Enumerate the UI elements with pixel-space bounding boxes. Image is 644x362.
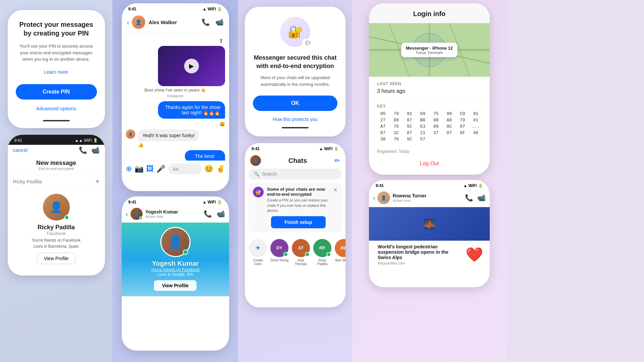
home-indicator bbox=[282, 127, 309, 128]
key-val: 46 bbox=[470, 130, 482, 135]
share-icon-area: ⬆ bbox=[126, 37, 225, 45]
back-icon[interactable]: ‹ bbox=[373, 194, 375, 202]
image-icon[interactable]: 🖼 bbox=[146, 165, 154, 173]
action-icons: 📞 📹 bbox=[79, 146, 100, 154]
ok-button[interactable]: OK bbox=[253, 96, 337, 111]
map-location: Farsø, Denmark bbox=[406, 51, 453, 55]
phone-icon[interactable]: 📞 bbox=[465, 194, 473, 202]
compose-icon[interactable]: ✏ bbox=[334, 157, 340, 165]
outgoing-msg-2-wrap: The best! 👤 bbox=[126, 150, 225, 161]
yogesh-profile-picture: 👤 bbox=[160, 227, 191, 257]
key-val: 91 bbox=[470, 111, 482, 116]
story-item-create[interactable]: + Create room bbox=[249, 239, 267, 266]
rowena-active: Active now bbox=[393, 198, 427, 202]
sender-avatar: 👤 bbox=[126, 129, 135, 139]
video-icon[interactable]: 📹 bbox=[477, 194, 486, 202]
cancel-button[interactable]: cancel bbox=[13, 147, 28, 153]
phone-icon[interactable]: 📞 bbox=[204, 210, 212, 218]
mic-icon[interactable]: 🎤 bbox=[156, 165, 165, 173]
home-indicator bbox=[43, 120, 70, 121]
close-banner-icon[interactable]: ✕ bbox=[333, 187, 337, 193]
key-val: 1C bbox=[390, 130, 402, 135]
key-val: 99 bbox=[443, 111, 455, 116]
contact-avatar: 👤 bbox=[43, 194, 70, 221]
e2e-description: More of your chats will be upgraded auto… bbox=[253, 74, 337, 87]
active-status: Active now bbox=[145, 215, 178, 219]
yogesh-name: Yogesh Kumar bbox=[145, 209, 178, 215]
header-title: New message bbox=[13, 160, 100, 167]
login-info-header: Login info bbox=[369, 3, 490, 23]
status-bar: 9:41 ▲ WiFi 🔋 bbox=[122, 196, 229, 206]
contact-network: Facebook bbox=[13, 231, 100, 236]
reaction-emoji-2: 👍 bbox=[138, 142, 200, 147]
story-item-alex[interactable]: AW Alex Walk... bbox=[335, 239, 345, 266]
status-icons: ▲ WiFi 🔋 bbox=[463, 183, 483, 188]
back-icon[interactable]: ‹ bbox=[127, 18, 129, 26]
phone-chat-screen: 9:41 ▲ WiFi 🔋 ‹ 👤 Alex Walker 📞 📹 ⬆ ▶ Be… bbox=[122, 3, 229, 191]
search-icon: 🔍 bbox=[254, 171, 259, 177]
finish-setup-button[interactable]: Finish setup bbox=[271, 216, 326, 228]
phone-call-icon[interactable]: 📞 bbox=[202, 18, 210, 26]
advanced-options-button[interactable]: Advanced options bbox=[36, 106, 76, 111]
add-contact-icon[interactable]: + bbox=[96, 178, 100, 185]
panel-chat: 9:41 ▲ WiFi 🔋 ‹ 👤 Alex Walker 📞 📹 ⬆ ▶ Be… bbox=[112, 0, 238, 362]
status-time: 9:41 bbox=[128, 200, 137, 204]
status-bar: 9:41 ▲▲ WiFi 🔋 bbox=[8, 135, 105, 145]
key-val: B0 bbox=[417, 118, 429, 123]
yogesh-location: Lives in Seattle, WA bbox=[157, 272, 193, 277]
key-val: C9 bbox=[457, 111, 469, 116]
article-text: World's longest pedestrian suspension br… bbox=[373, 241, 466, 268]
text-input-field[interactable]: Aa bbox=[168, 164, 202, 174]
how-protects-button[interactable]: How this protects you bbox=[273, 117, 318, 122]
story-label: Drew Young bbox=[270, 258, 288, 262]
create-pin-button[interactable]: Create PIN bbox=[16, 84, 97, 100]
key-val: D8 bbox=[390, 118, 402, 123]
reaction-emoji-1: 😄 bbox=[126, 121, 225, 127]
key-val: 6F bbox=[457, 130, 469, 135]
pin-title: Protect your messages by creating your P… bbox=[16, 20, 97, 38]
last-seen-value: 3 hours ago bbox=[369, 88, 490, 99]
play-button[interactable]: ▶ bbox=[184, 59, 199, 73]
pin-learn-more-link[interactable]: Learn more bbox=[16, 69, 97, 75]
story-item-ana[interactable]: AT Ana Thomas bbox=[292, 239, 310, 266]
key-val: 91 bbox=[404, 111, 416, 116]
story-item-rose[interactable]: RP Rose Padilla bbox=[313, 239, 331, 266]
key-val: 76 bbox=[390, 137, 402, 142]
to-input[interactable] bbox=[13, 179, 96, 184]
camera-icon[interactable]: 📷 bbox=[135, 165, 144, 173]
chat-header: ‹ 👤 Alex Walker 📞 📹 bbox=[122, 13, 229, 33]
incoming-message-1: 👤 Yeah! It was super funky! 👍 bbox=[126, 129, 225, 147]
phone-pin-screen: Protect your messages by creating your P… bbox=[8, 10, 105, 128]
sticker-icon[interactable]: ✌ bbox=[216, 165, 225, 173]
login-map: Messenger · iPhone 12 Farsø, Denmark bbox=[369, 23, 490, 77]
map-device: Messenger · iPhone 12 bbox=[406, 46, 453, 51]
article-source: theguardian.com bbox=[378, 261, 461, 265]
video-call-icon[interactable]: 📹 bbox=[215, 18, 224, 26]
add-icon[interactable]: ⊕ bbox=[126, 165, 132, 173]
outgoing-message-1: Thanks again for the show last night! 🔥🔥… bbox=[158, 101, 225, 119]
story-item-drew[interactable]: DY Drew Young bbox=[270, 239, 288, 266]
pin-description: You'll use your PIN to securely access y… bbox=[16, 43, 97, 63]
registered-label: Registered: Today bbox=[369, 146, 490, 154]
rowena-action-buttons: 📞 📹 bbox=[465, 194, 486, 202]
phone-icon[interactable]: 📞 bbox=[79, 146, 87, 154]
online-indicator bbox=[64, 215, 69, 220]
view-profile-button[interactable]: View Profile bbox=[37, 253, 76, 264]
online-indicator bbox=[183, 249, 188, 255]
emoji-icon[interactable]: 😊 bbox=[204, 165, 213, 173]
video-icon[interactable]: 📹 bbox=[217, 210, 225, 218]
search-bar[interactable]: 🔍 Search bbox=[249, 169, 341, 179]
status-icons: ▲▲ WiFi 🔋 bbox=[75, 138, 98, 143]
key-label: KEY bbox=[377, 104, 482, 111]
login-info-title: Login info bbox=[377, 10, 482, 18]
status-time: 9:41 bbox=[14, 138, 22, 143]
logout-button[interactable]: Log Out bbox=[412, 161, 447, 167]
back-icon[interactable]: ‹ bbox=[126, 210, 128, 218]
phone-yogesh-screen: 9:41 ▲ WiFi 🔋 ‹ 👤 Yogesh Kumar Active no… bbox=[122, 196, 229, 351]
video-icon[interactable]: 📹 bbox=[91, 146, 100, 154]
e2e-icon-wrapper: 🔐 💬 bbox=[280, 17, 310, 47]
view-profile-button[interactable]: View Profile bbox=[154, 280, 197, 291]
lock-icon: 🔐 bbox=[288, 25, 303, 39]
contact-friends-text: You're friends on Facebook bbox=[13, 238, 100, 243]
share-icon[interactable]: ⬆ bbox=[219, 38, 224, 44]
